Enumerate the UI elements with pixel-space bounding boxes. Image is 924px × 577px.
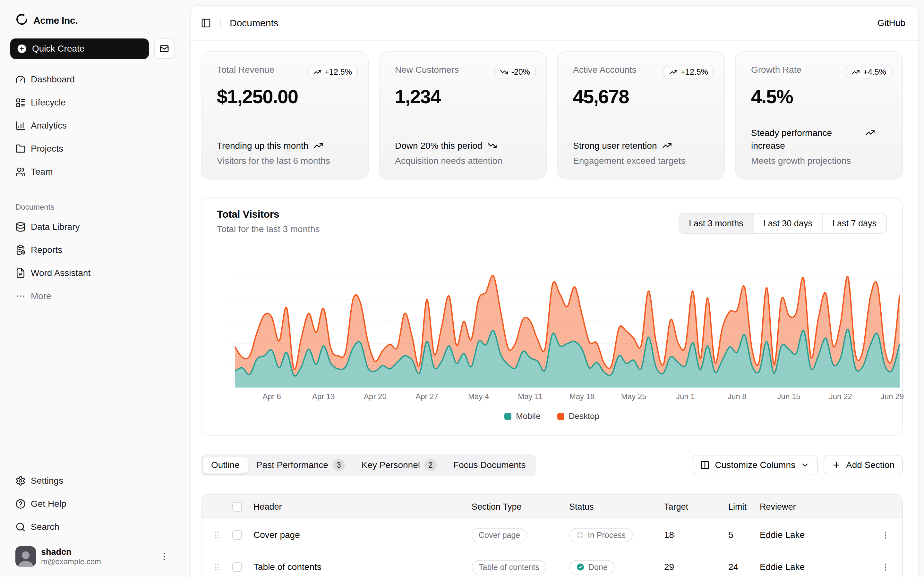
quick-create-button[interactable]: Quick Create [10,39,149,59]
tab-key-personnel[interactable]: Key Personnel2 [353,456,445,474]
drag-handle[interactable] [202,530,232,540]
sidebar-group-documents: Documents [10,199,174,215]
tab-label: Outline [211,460,240,470]
nav-footer: Settings Get Help Search [10,471,174,537]
chevron-down-icon [800,461,809,470]
sidebar-item-label: Settings [31,476,63,486]
brand[interactable]: Acme Inc. [10,8,174,33]
table-actions: Customize Columns Add Section [692,455,903,475]
more-vertical-icon[interactable] [159,551,170,562]
acme-logo-icon [15,13,28,28]
trending-down-icon [500,68,508,76]
chart-legend: Mobile Desktop [217,411,887,421]
inbox-button[interactable] [154,39,174,59]
sidebar-item-label: More [31,291,51,301]
row-header[interactable]: Cover page [254,530,472,540]
circle-plus-icon [17,44,27,54]
quick-create-label: Quick Create [32,44,84,54]
table-row: Table of contents Table of contents Done… [202,551,902,577]
sidebar-item-data-library[interactable]: Data Library [10,217,174,237]
limit-cell[interactable]: 5 [728,530,760,540]
range-last-30-days[interactable]: Last 30 days [753,213,822,234]
select-all-checkbox[interactable] [232,502,242,512]
svg-text:Apr 6: Apr 6 [263,392,281,401]
svg-text:Jun 15: Jun 15 [777,392,800,401]
sidebar-item-word-assistant[interactable]: Word Assistant [10,263,174,284]
customize-columns-label: Customize Columns [715,460,795,470]
sidebar-item-label: Dashboard [31,74,75,85]
sidebar-item-reports[interactable]: Reports [10,240,174,260]
column-header: Target [664,502,728,512]
row-header[interactable]: Table of contents [254,562,472,572]
trending-up-icon [313,139,323,150]
limit-cell[interactable]: 24 [728,562,760,572]
sidebar-item-search[interactable]: Search [10,517,174,537]
card-title: Active Accounts [573,65,636,75]
range-last-3-months[interactable]: Last 3 months [679,213,753,234]
svg-text:Apr 27: Apr 27 [415,392,438,401]
tab-past-performance[interactable]: Past Performance3 [248,456,353,474]
svg-text:May 18: May 18 [569,392,595,401]
sidebar-item-analytics[interactable]: Analytics [10,115,174,136]
tab-label: Focus Documents [453,460,526,470]
gauge-icon [15,74,26,85]
row-actions-button[interactable] [869,562,902,572]
sidebar-item-lifecycle[interactable]: Lifecycle [10,92,174,113]
card-line2: Engagement exceed targets [573,156,709,166]
card-title: Growth Rate [751,65,801,75]
user-avatar [15,546,36,567]
sidebar-item-label: Data Library [31,222,80,232]
sidebar-item-projects[interactable]: Projects [10,139,174,159]
column-header: Reviewer [760,502,869,512]
loader-icon [576,531,584,539]
target-cell[interactable]: 18 [664,530,728,540]
drag-handle[interactable] [202,562,232,572]
github-link[interactable]: GitHub [877,18,905,28]
row-checkbox[interactable] [232,530,242,540]
add-section-button[interactable]: Add Section [824,455,903,475]
target-cell[interactable]: 29 [664,562,728,572]
gear-icon [15,476,26,486]
legend-label: Mobile [516,411,541,421]
tab-focus-documents[interactable]: Focus Documents [445,457,534,474]
user-email: m@example.com [41,557,154,566]
stat-cards: Total Revenue +12.5% $1,250.00 Trending … [201,51,903,179]
sidebar-item-more[interactable]: More [10,286,174,306]
section-type-badge: Table of contents [472,560,546,574]
svg-text:May 25: May 25 [621,392,646,401]
table-header-row: Header Section Type Status Target Limit … [202,495,902,519]
trending-up-icon [669,68,678,76]
row-checkbox[interactable] [232,562,242,572]
card-line1: Strong user retention [573,139,657,153]
card-value: 4.5% [751,85,892,108]
card-line1: Trending up this month [217,139,309,153]
row-actions-button[interactable] [869,530,902,540]
sidebar-item-settings[interactable]: Settings [10,471,174,491]
sidebar-item-dashboard[interactable]: Dashboard [10,69,174,90]
ellipsis-icon [15,291,26,301]
column-header: Section Type [472,502,569,512]
sidebar-item-get-help[interactable]: Get Help [10,494,174,514]
mobile-swatch-icon [504,413,511,420]
trend-badge-label: +12.5% [325,67,352,77]
status-label: In Process [588,530,626,540]
sidebar-toggle-button[interactable] [201,18,211,28]
trending-up-icon [865,127,875,137]
sidebar-item-label: Analytics [31,121,67,131]
svg-text:Apr 20: Apr 20 [364,392,387,401]
topbar: Documents GitHub [191,6,918,41]
range-last-7-days[interactable]: Last 7 days [822,213,886,234]
reviewer-cell: Eddie Lake [760,530,869,540]
card-line2: Acquisition needs attention [395,156,531,166]
sidebar-item-team[interactable]: Team [10,161,174,182]
sidebar-item-label: Get Help [31,499,66,509]
brand-name: Acme Inc. [33,15,78,26]
customize-columns-button[interactable]: Customize Columns [692,455,818,475]
tab-count-badge: 3 [333,459,345,471]
card-value: 1,234 [395,85,536,108]
page-title: Documents [230,18,278,29]
tab-outline[interactable]: Outline [203,457,248,474]
user-menu[interactable]: shadcn m@example.com [10,544,174,567]
card-line2: Meets growth projections [751,156,887,166]
sections-table: Header Section Type Status Target Limit … [201,494,903,577]
